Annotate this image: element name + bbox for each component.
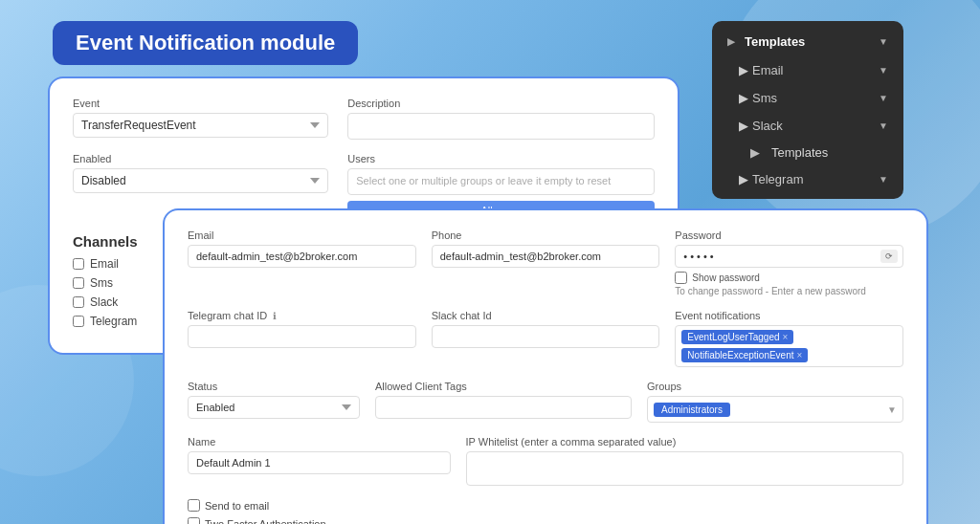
menu-item-telegram-label: Telegram bbox=[752, 172, 879, 186]
enabled-label: Enabled bbox=[73, 153, 328, 164]
chevron-down-icon: ▼ bbox=[879, 36, 888, 47]
event-label: Event bbox=[73, 98, 328, 109]
name-label: Name bbox=[188, 436, 451, 448]
status-field-group: Status Enabled bbox=[188, 381, 360, 423]
slack-label: Slack chat Id bbox=[432, 310, 660, 321]
groups-label: Groups bbox=[647, 381, 903, 392]
email-field-group: Email bbox=[188, 229, 416, 296]
arrow-right-icon: ▶ bbox=[727, 36, 735, 47]
phone-label: Phone bbox=[432, 229, 660, 241]
arrow-right-icon-sms: ▶ bbox=[739, 91, 748, 105]
channel-email-checkbox[interactable] bbox=[73, 258, 84, 270]
send-to-email-checkbox[interactable] bbox=[188, 499, 200, 512]
page-title-box: Event Notification module bbox=[53, 21, 358, 65]
page-title: Event Notification module bbox=[76, 31, 335, 55]
users-input[interactable]: Select one or multiple groups or leave i… bbox=[347, 168, 655, 195]
event-field-group: Event TransferRequestEvent bbox=[73, 98, 328, 140]
event-select[interactable]: TransferRequestEvent bbox=[73, 113, 328, 138]
event-notifications-label: Event notifications bbox=[675, 310, 903, 321]
menu-item-templates-sub[interactable]: ▶ Templates bbox=[712, 140, 903, 165]
front-form-panel: Email Phone Password ⟳ Show password To … bbox=[163, 208, 928, 524]
show-password-row: Show password bbox=[675, 272, 903, 284]
menu-item-templates-main[interactable]: ▶ Templates ▼ bbox=[712, 27, 903, 56]
channel-telegram-checkbox[interactable] bbox=[73, 316, 84, 327]
event-notifications-group: Event notifications EventLogUserTagged ×… bbox=[675, 310, 903, 367]
tag-notifiable-close[interactable]: × bbox=[797, 350, 803, 360]
ip-whitelist-field-group: IP Whitelist (enter a comma separated va… bbox=[466, 436, 904, 486]
channel-slack-checkbox[interactable] bbox=[73, 296, 84, 308]
phone-field-group: Phone bbox=[432, 229, 660, 296]
show-password-label: Show password bbox=[692, 273, 760, 283]
allowed-tags-field-group: Allowed Client Tags bbox=[375, 381, 632, 423]
telegram-field-group: Telegram chat ID ℹ bbox=[188, 310, 416, 367]
groups-tag-area[interactable]: Administrators ▼ bbox=[647, 396, 903, 423]
chevron-telegram-icon: ▼ bbox=[879, 174, 888, 185]
status-select[interactable]: Enabled bbox=[188, 396, 360, 419]
chevron-slack-icon: ▼ bbox=[879, 120, 888, 131]
users-label: Users bbox=[347, 153, 655, 164]
email-input[interactable] bbox=[188, 245, 416, 268]
description-input[interactable] bbox=[347, 113, 655, 140]
menu-item-sms-label: Sms bbox=[752, 91, 879, 105]
enabled-select[interactable]: Disabled bbox=[73, 168, 328, 193]
slack-field-group: Slack chat Id bbox=[432, 310, 660, 367]
send-to-email-label: Send to email bbox=[205, 500, 269, 512]
tag-event-log-close[interactable]: × bbox=[783, 332, 789, 342]
password-label: Password bbox=[675, 229, 903, 241]
groups-chevron-icon: ▼ bbox=[887, 404, 897, 415]
menu-item-slack[interactable]: ▶ Slack ▼ bbox=[712, 112, 903, 140]
send-to-email-row: Send to email bbox=[188, 499, 903, 512]
channel-sms-label: Sms bbox=[90, 276, 113, 290]
menu-item-email[interactable]: ▶ Email ▼ bbox=[712, 56, 903, 84]
menu-item-templates-sub-label: Templates bbox=[771, 145, 828, 160]
channel-sms-checkbox[interactable] bbox=[73, 277, 84, 289]
password-wrapper: ⟳ bbox=[675, 245, 903, 268]
users-placeholder: Select one or multiple groups or leave i… bbox=[356, 175, 611, 186]
password-field-group: Password ⟳ Show password To change passw… bbox=[675, 229, 903, 296]
tag-notifiable: NotifiableExceptionEvent × bbox=[681, 348, 808, 362]
description-label: Description bbox=[347, 98, 655, 109]
tag-event-log: EventLogUserTagged × bbox=[681, 330, 793, 344]
arrow-right-icon-telegram: ▶ bbox=[739, 172, 748, 186]
password-toggle-button[interactable]: ⟳ bbox=[880, 250, 898, 263]
allowed-tags-label: Allowed Client Tags bbox=[375, 381, 632, 392]
name-input[interactable] bbox=[188, 451, 451, 474]
allowed-tags-input[interactable] bbox=[375, 396, 632, 419]
show-password-checkbox[interactable] bbox=[675, 272, 687, 284]
email-label: Email bbox=[188, 229, 416, 241]
two-factor-checkbox[interactable] bbox=[188, 517, 200, 524]
channel-slack-label: Slack bbox=[90, 295, 118, 309]
menu-item-templates-label: Templates bbox=[745, 34, 805, 49]
slack-input[interactable] bbox=[432, 325, 660, 348]
password-input[interactable] bbox=[675, 245, 903, 268]
arrow-right-icon-slack: ▶ bbox=[739, 119, 748, 133]
two-factor-row: Two Factor Authentication bbox=[188, 517, 903, 524]
menu-item-slack-label: Slack bbox=[752, 119, 879, 133]
chevron-sms-icon: ▼ bbox=[879, 93, 888, 103]
ip-whitelist-label: IP Whitelist (enter a comma separated va… bbox=[466, 436, 904, 448]
templates-menu: ▶ Templates ▼ ▶ Email ▼ ▶ Sms ▼ ▶ Slack … bbox=[712, 21, 903, 199]
chevron-email-icon: ▼ bbox=[879, 65, 888, 76]
arrow-right-icon-email: ▶ bbox=[739, 63, 748, 77]
groups-field-group: Groups Administrators ▼ bbox=[647, 381, 903, 423]
event-notifications-tags[interactable]: EventLogUserTagged × NotifiableException… bbox=[675, 325, 903, 367]
two-factor-label: Two Factor Authentication bbox=[205, 518, 326, 525]
channel-telegram-label: Telegram bbox=[90, 315, 137, 328]
menu-item-email-label: Email bbox=[752, 63, 879, 77]
channel-email-label: Email bbox=[90, 257, 119, 271]
groups-administrators-tag: Administrators bbox=[654, 403, 730, 417]
arrow-right-icon-templates-sub: ▶ bbox=[750, 145, 760, 160]
telegram-info-icon: ℹ bbox=[273, 311, 277, 321]
menu-item-telegram[interactable]: ▶ Telegram ▼ bbox=[712, 165, 903, 193]
telegram-input[interactable] bbox=[188, 325, 416, 348]
telegram-label: Telegram chat ID ℹ bbox=[188, 310, 416, 321]
menu-item-sms[interactable]: ▶ Sms ▼ bbox=[712, 84, 903, 112]
phone-input[interactable] bbox=[432, 245, 660, 268]
status-label: Status bbox=[188, 381, 360, 392]
description-field-group: Description bbox=[347, 98, 655, 140]
ip-whitelist-textarea[interactable] bbox=[466, 451, 904, 486]
checkboxes-section: Send to email Two Factor Authentication … bbox=[188, 499, 903, 524]
change-password-hint: To change password - Enter a new passwor… bbox=[675, 286, 903, 296]
name-field-group: Name bbox=[188, 436, 451, 486]
